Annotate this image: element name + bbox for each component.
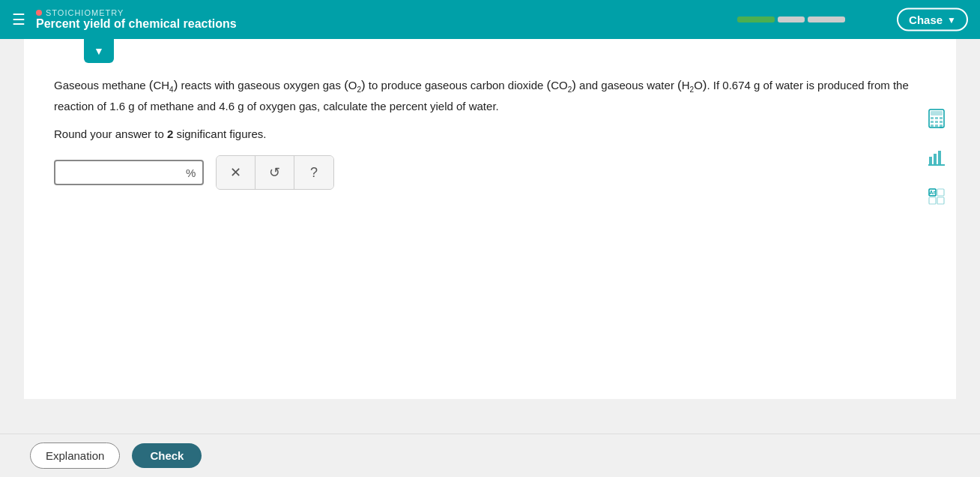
check-button[interactable]: Check [132,443,202,468]
right-icon-panel: Ar [917,100,956,218]
header-category: STOICHIOMETRY [46,8,124,17]
percent-sign: % [186,166,196,179]
svg-rect-13 [938,151,941,164]
svg-rect-17 [937,189,944,196]
progress-bar-group [737,16,845,22]
calculator-icon [928,109,945,132]
answer-input-wrapper: % [54,160,204,185]
chart-button[interactable] [923,146,950,172]
svg-rect-7 [940,121,943,123]
svg-rect-11 [929,157,932,164]
undo-icon: ↺ [269,164,280,181]
user-menu-button[interactable]: Chase ▼ [897,8,968,32]
svg-rect-3 [935,117,938,119]
svg-text:Ar: Ar [930,190,936,195]
problem-text: Gaseous methane (CH4) reacts with gaseou… [54,75,916,116]
action-buttons: ✕ ↺ ? [216,155,334,190]
user-name: Chase [909,14,943,26]
answer-input[interactable] [63,166,183,179]
svg-rect-2 [931,117,934,119]
header-title: Percent yield of chemical reactions [36,17,237,31]
calculator-button[interactable] [923,106,950,134]
main-panel: ▼ Gaseous methane (CH4) reacts with gase… [24,39,956,399]
close-icon: ✕ [230,164,241,181]
svg-rect-4 [940,117,943,119]
periodic-table-icon: Ar [928,188,945,208]
svg-rect-18 [929,197,936,204]
question-mark-icon: ? [310,165,318,181]
collapse-button[interactable]: ▼ [84,39,114,63]
answer-row: % ✕ ↺ ? [54,155,938,190]
menu-icon[interactable]: ☰ [12,10,25,28]
progress-segment-gray1 [778,16,805,22]
chart-icon [928,149,945,170]
svg-rect-19 [937,197,944,204]
round-text: Round your answer to 2 significant figur… [54,128,938,140]
header-title-block: STOICHIOMETRY Percent yield of chemical … [36,8,237,31]
undo-button[interactable]: ↺ [255,156,294,189]
explanation-button[interactable]: Explanation [30,442,120,469]
svg-rect-12 [934,154,937,164]
header: ☰ STOICHIOMETRY Percent yield of chemica… [0,0,980,39]
svg-rect-10 [940,124,943,128]
help-button[interactable]: ? [294,156,333,189]
svg-rect-8 [931,124,934,127]
clear-button[interactable]: ✕ [217,156,255,189]
chevron-down-icon: ▼ [94,45,104,57]
svg-rect-9 [935,124,938,127]
header-subtitle: STOICHIOMETRY [36,8,237,17]
svg-rect-6 [935,121,938,123]
chevron-down-icon: ▼ [947,14,956,25]
bottom-bar: Explanation Check [0,434,980,477]
svg-rect-5 [931,121,934,123]
collapse-row: ▼ [24,39,956,63]
svg-rect-1 [931,111,943,116]
progress-segment-gray2 [808,16,845,22]
progress-segment-green [737,16,775,22]
periodic-table-button[interactable]: Ar [923,184,950,212]
content-body: Gaseous methane (CH4) reacts with gaseou… [24,63,956,208]
status-dot [36,10,42,16]
